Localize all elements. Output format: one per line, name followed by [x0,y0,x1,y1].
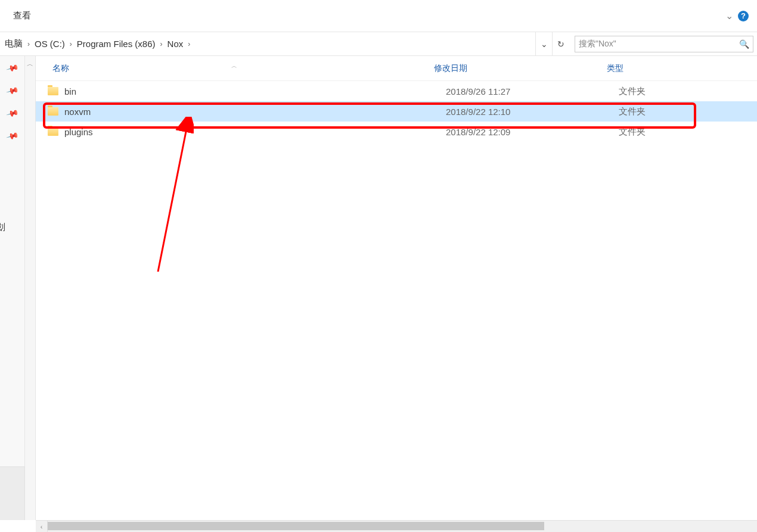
scroll-track[interactable] [48,521,757,532]
scroll-thumb[interactable] [48,522,544,530]
nav-panel-footer [0,466,25,520]
search-icon[interactable]: 🔍 [739,39,749,49]
folder-icon [48,87,58,95]
chevron-right-icon[interactable]: › [69,40,73,48]
cell-type: 文件夹 [619,126,714,138]
column-name-header[interactable]: 名称 ︿ [52,63,434,74]
crumb-nox[interactable]: Nox [164,39,187,49]
table-row[interactable]: noxvm 2018/9/22 12:10 文件夹 [36,101,757,122]
cell-name: bin [64,86,446,97]
quick-access-rail: 📌 📌 📌 📌 [0,56,25,520]
crumb-drive[interactable]: OS (C:) [31,39,69,49]
menu-view[interactable]: 查看 [8,8,36,24]
column-name-label: 名称 [52,63,69,73]
search-input[interactable]: 搜索"Nox" 🔍 [575,36,753,52]
table-row[interactable]: plugins 2018/9/22 12:09 文件夹 [36,122,757,142]
file-list: 名称 ︿ 修改日期 类型 bin 2018/9/26 11:27 文件夹 nox… [36,56,757,520]
table-row[interactable]: bin 2018/9/26 11:27 文件夹 [36,81,757,101]
cell-date: 2018/9/22 12:10 [446,107,619,117]
cell-name: noxvm [64,107,446,117]
column-type-header[interactable]: 类型 [607,63,702,74]
address-bar: 电脑 › OS (C:) › Program Files (x86) › Nox… [0,32,757,56]
cell-type: 文件夹 [619,86,714,97]
crumb-pc[interactable]: 电脑 [1,38,26,49]
main-area: 📌 📌 📌 📌 ︿ 划 名称 ︿ 修改日期 类型 bin 2018/9/26 1… [0,56,757,520]
pin-icon[interactable]: 📌 [5,107,19,120]
horizontal-scrollbar[interactable]: ‹ [36,520,757,532]
help-icon[interactable]: ? [738,11,749,21]
breadcrumb[interactable]: 电脑 › OS (C:) › Program Files (x86) › Nox… [0,32,535,55]
nav-scroll[interactable]: ︿ [25,56,36,520]
chevron-right-icon[interactable]: › [187,40,191,48]
pin-icon[interactable]: 📌 [5,84,19,97]
scroll-up-icon[interactable]: ︿ [27,60,33,69]
chevron-right-icon[interactable]: › [159,40,164,48]
folder-icon [48,107,58,116]
cell-name: plugins [64,127,446,137]
cell-type: 文件夹 [619,106,714,117]
svg-line-0 [158,129,187,272]
search-placeholder: 搜索"Nox" [579,39,739,49]
menu-bar: 查看 ⌄ ? [0,0,757,32]
sort-indicator-icon: ︿ [231,62,237,70]
scroll-left-icon[interactable]: ‹ [36,521,48,532]
pin-icon[interactable]: 📌 [5,61,19,74]
sidebar-item-label: 划 [0,222,5,233]
address-dropdown-button[interactable]: ⌄ [535,32,552,55]
folder-icon [48,127,58,136]
file-rows: bin 2018/9/26 11:27 文件夹 noxvm 2018/9/22 … [36,81,757,142]
columns-header: 名称 ︿ 修改日期 类型 [36,56,757,81]
chevron-right-icon[interactable]: › [26,40,31,48]
column-date-header[interactable]: 修改日期 [434,63,607,74]
refresh-button[interactable]: ↻ [552,32,569,55]
cell-date: 2018/9/22 12:09 [446,127,619,137]
crumb-pf86[interactable]: Program Files (x86) [73,39,159,49]
pin-icon[interactable]: 📌 [5,129,19,142]
ribbon-expand-icon[interactable]: ⌄ [725,10,733,21]
cell-date: 2018/9/26 11:27 [446,86,619,97]
